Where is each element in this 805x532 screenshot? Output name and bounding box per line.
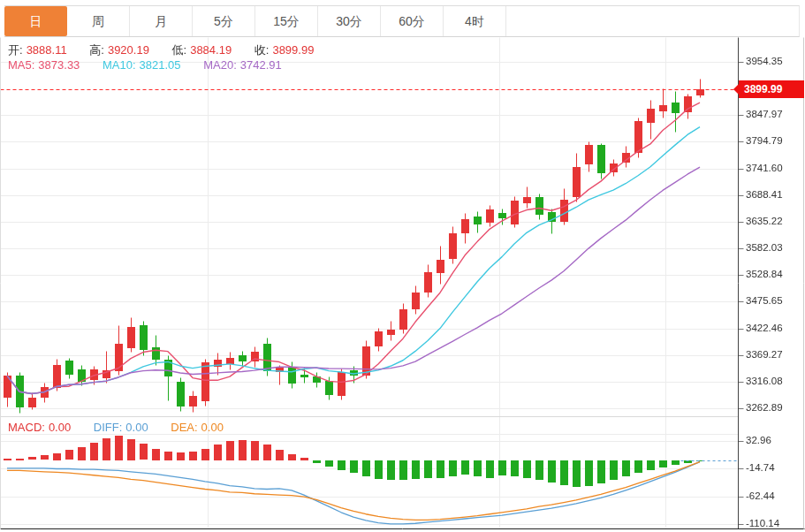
current-price-tag: 3899.99 <box>739 80 804 98</box>
tab-m30[interactable]: 30分 <box>318 6 381 36</box>
macd-label: MACD: <box>8 421 45 434</box>
ma5-value: 3873.33 <box>38 58 80 72</box>
macd-axis-label: 32.96 <box>746 435 771 445</box>
ma20-label: MA20: <box>203 58 237 72</box>
dea-label: DEA: <box>171 421 197 434</box>
diff-value: 0.00 <box>125 421 148 434</box>
tab-m60[interactable]: 60分 <box>381 6 444 36</box>
price-axis-label: 3847.97 <box>746 109 783 119</box>
ohlc-legend: 开:3888.11 高:3920.19 低:3884.19 收:3899.99 <box>8 42 317 58</box>
price-axis-label: 3794.79 <box>746 135 783 146</box>
dea-value: 0.00 <box>201 421 224 434</box>
open-label: 开: <box>8 43 23 57</box>
price-axis-label: 3262.89 <box>746 402 783 413</box>
tab-h4[interactable]: 4时 <box>444 6 506 36</box>
open-value: 3888.11 <box>27 43 67 57</box>
low-label: 低: <box>172 43 187 57</box>
ma20-value: 3742.91 <box>240 58 282 72</box>
macd-axis-label: -110.14 <box>746 518 779 528</box>
macd-legend: MACD:0.00 DIFF:0.00 DEA:0.00 <box>8 421 227 434</box>
ma5-label: MA5: <box>8 58 34 72</box>
price-axis-label: 3475.65 <box>746 295 783 306</box>
price-axis-label: 3316.08 <box>746 376 783 386</box>
price-axis-label: 3741.60 <box>746 163 783 173</box>
tab-month[interactable]: 月 <box>130 6 193 36</box>
ma10-value: 3821.05 <box>140 58 181 72</box>
macd-value: 0.00 <box>49 421 71 434</box>
tab-m15[interactable]: 15分 <box>255 6 318 36</box>
macd-axis-label: -62.44 <box>746 490 775 501</box>
diff-label: DIFF: <box>94 421 123 434</box>
chart-canvas[interactable] <box>0 0 805 532</box>
price-axis-label: 3954.35 <box>746 56 783 66</box>
price-axis-label: 3635.22 <box>746 216 783 226</box>
close-value: 3899.99 <box>272 43 314 57</box>
price-axis-label: 3688.41 <box>746 189 783 200</box>
close-label: 收: <box>254 43 270 57</box>
price-axis-label: 3369.27 <box>746 349 783 360</box>
tab-day[interactable]: 日 <box>4 6 67 36</box>
tab-week[interactable]: 周 <box>67 6 130 36</box>
ma-legend: MA5:3873.33 MA10:3821.05 MA20:3742.91 <box>8 58 285 72</box>
high-label: 高: <box>89 43 104 57</box>
low-value: 3884.19 <box>190 43 232 57</box>
ma10-label: MA10: <box>103 58 136 72</box>
tab-m5[interactable]: 5分 <box>193 6 255 36</box>
timeframe-tabs: 日周月5分15分30分60分4时 <box>4 5 800 37</box>
price-axis-label: 3582.03 <box>746 242 783 253</box>
price-axis-label: 3528.84 <box>746 269 783 279</box>
macd-axis-label: -14.74 <box>746 462 775 473</box>
high-value: 3920.19 <box>108 43 149 57</box>
price-axis-label: 3422.46 <box>746 323 783 333</box>
trading-chart-app: 日周月5分15分30分60分4时 开:3888.11 高:3920.19 低:3… <box>0 0 805 532</box>
